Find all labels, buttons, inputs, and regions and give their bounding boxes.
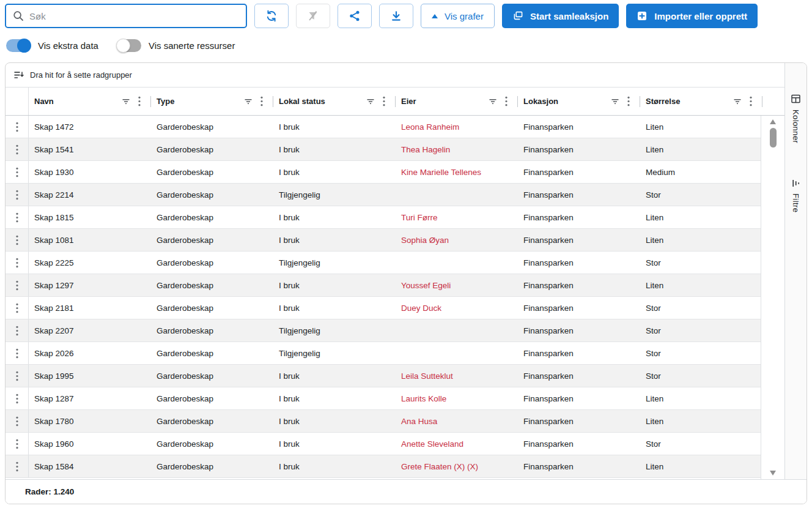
column-header-lokal-status[interactable]: Lokal status [273, 88, 396, 115]
extra-data-toggle[interactable]: Vis ekstra data [6, 39, 98, 52]
column-filter-icon[interactable] [488, 97, 498, 106]
row-menu-button[interactable] [6, 116, 29, 138]
header-menu-spacer [6, 88, 29, 115]
table-row[interactable]: Skap 1472GarderobeskapI brukLeona Ranhei… [6, 116, 761, 138]
tab-kolonner[interactable]: Kolonner [791, 94, 801, 143]
cell-eier[interactable]: Ana Husa [396, 410, 518, 432]
show-charts-button[interactable]: Vis grafer [421, 4, 495, 28]
import-or-create-button[interactable]: Importer eller opprett [626, 4, 758, 28]
row-menu-button[interactable] [6, 387, 29, 409]
kebab-icon [16, 416, 18, 427]
cell-eier [396, 342, 518, 364]
cell-eier[interactable]: Youssef Egeli [396, 274, 518, 296]
table-row[interactable]: Skap 1081GarderobeskapI brukSophia ØyanF… [6, 229, 761, 252]
cell-status: Tilgjengelig [273, 184, 396, 206]
column-menu-icon[interactable] [627, 96, 630, 106]
row-menu-button[interactable] [6, 274, 29, 296]
column-header-type[interactable]: Type [151, 88, 273, 115]
refresh-button[interactable] [254, 4, 289, 28]
column-divider [762, 96, 762, 107]
row-menu-button[interactable] [6, 138, 29, 160]
extra-data-switch[interactable] [6, 39, 31, 52]
cell-lokasjon: Finansparken [518, 410, 640, 432]
kebab-icon [16, 348, 18, 359]
caret-up-icon [432, 14, 438, 18]
cell-eier[interactable]: Leila Sutteklut [396, 365, 518, 387]
cell-eier[interactable]: Turi Førre [396, 206, 518, 228]
column-filter-icon[interactable] [733, 97, 742, 106]
cell-eier[interactable]: Grete Flaaten (X) (X) [396, 455, 518, 477]
row-menu-button[interactable] [6, 342, 29, 364]
scrollbar-thumb[interactable] [770, 128, 777, 147]
cell-lokasjon: Finansparken [518, 455, 640, 477]
column-header-eier[interactable]: Eier [396, 88, 518, 115]
table-row[interactable]: Skap 2181GarderobeskapI brukDuey DuckFin… [6, 297, 761, 319]
row-menu-button[interactable] [6, 455, 29, 477]
row-menu-button[interactable] [6, 433, 29, 455]
table-row[interactable]: Skap 1995GarderobeskapI brukLeila Suttek… [6, 365, 761, 387]
column-filter-icon[interactable] [610, 97, 620, 106]
sanitized-resources-switch[interactable] [117, 39, 141, 52]
column-filter-icon[interactable] [366, 97, 375, 106]
cell-storrelse: Liten [640, 138, 761, 160]
tab-filtre[interactable]: Filtre [791, 179, 800, 212]
cell-eier[interactable]: Kine Marielle Tellenes [396, 161, 518, 183]
row-menu-button[interactable] [6, 252, 29, 274]
kebab-icon [16, 144, 18, 155]
table-row[interactable]: Skap 1780GarderobeskapI brukAna HusaFina… [6, 410, 761, 433]
stack-icon [512, 10, 523, 21]
column-menu-icon[interactable] [750, 96, 752, 106]
cell-eier[interactable]: Duey Duck [396, 297, 518, 319]
cell-eier[interactable]: Anette Sleveland [396, 433, 518, 455]
share-button[interactable] [338, 4, 372, 28]
table-row[interactable]: Skap 1541GarderobeskapI brukThea Hagelin… [6, 138, 761, 161]
column-menu-icon[interactable] [383, 96, 385, 106]
row-menu-button[interactable] [6, 297, 29, 319]
row-menu-button[interactable] [6, 319, 29, 341]
table-row[interactable]: Skap 2214GarderobeskapTilgjengeligFinans… [6, 184, 761, 206]
extra-data-toggle-label: Vis ekstra data [38, 40, 98, 51]
column-header-navn[interactable]: Navn [29, 88, 151, 115]
cell-eier[interactable]: Thea Hagelin [396, 138, 518, 160]
clear-filter-button[interactable] [296, 4, 330, 28]
table-row[interactable]: Skap 1287GarderobeskapI brukLaurits Koll… [6, 387, 761, 410]
table-row[interactable]: Skap 1815GarderobeskapI brukTuri FørreFi… [6, 206, 761, 229]
sanitized-resources-toggle[interactable]: Vis sanerte ressurser [117, 39, 235, 52]
column-header-lokasjon[interactable]: Lokasjon [518, 88, 640, 115]
search-box[interactable] [5, 4, 247, 28]
scroll-down-arrow-icon[interactable] [770, 471, 776, 476]
vertical-scrollbar[interactable] [761, 116, 784, 479]
download-button[interactable] [379, 4, 413, 28]
cell-storrelse: Liten [640, 387, 761, 409]
cell-lokasjon: Finansparken [518, 319, 640, 341]
row-group-drop-zone[interactable]: Dra hit for å sette radgrupper [6, 63, 784, 88]
row-menu-button[interactable] [6, 229, 29, 251]
table-row[interactable]: Skap 2225GarderobeskapTilgjengeligFinans… [6, 252, 761, 274]
row-menu-button[interactable] [6, 161, 29, 183]
column-menu-icon[interactable] [260, 96, 263, 106]
row-menu-button[interactable] [6, 365, 29, 387]
table-row[interactable]: Skap 1960GarderobeskapI brukAnette Sleve… [6, 433, 761, 455]
search-input[interactable] [29, 11, 239, 21]
table-row[interactable]: Skap 1297GarderobeskapI brukYoussef Egel… [6, 274, 761, 297]
row-menu-button[interactable] [6, 410, 29, 432]
table-row[interactable]: Skap 2026GarderobeskapTilgjengeligFinans… [6, 342, 761, 365]
cell-navn: Skap 2207 [29, 319, 151, 341]
column-header-størrelse[interactable]: Størrelse [640, 88, 762, 115]
start-bulk-action-button[interactable]: Start samleaksjon [502, 4, 619, 28]
column-menu-icon[interactable] [505, 96, 508, 106]
scroll-up-arrow-icon[interactable] [770, 119, 776, 124]
cell-eier[interactable]: Sophia Øyan [396, 229, 518, 251]
table-row[interactable]: Skap 1930GarderobeskapI brukKine Mariell… [6, 161, 761, 184]
column-filter-icon[interactable] [121, 97, 131, 106]
table-row[interactable]: Skap 1584GarderobeskapI brukGrete Flaate… [6, 455, 761, 478]
row-group-icon [13, 70, 24, 81]
kebab-icon [16, 326, 18, 336]
cell-eier[interactable]: Laurits Kolle [396, 387, 518, 409]
column-filter-icon[interactable] [243, 97, 253, 106]
table-row[interactable]: Skap 2207GarderobeskapTilgjengeligFinans… [6, 319, 761, 342]
cell-eier[interactable]: Leona Ranheim [396, 116, 518, 138]
row-menu-button[interactable] [6, 184, 29, 206]
column-menu-icon[interactable] [138, 96, 141, 106]
row-menu-button[interactable] [6, 206, 29, 228]
